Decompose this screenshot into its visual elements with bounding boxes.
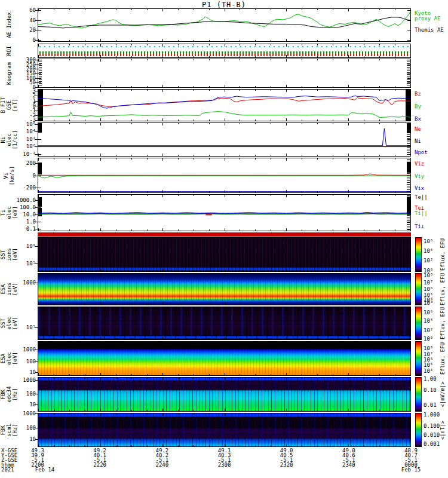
x-tick: [379, 274, 380, 275]
x-tick: [100, 85, 101, 87]
x-tick: [240, 338, 240, 339]
ylabel-vi: Vi [km/s]: [3, 166, 15, 185]
x-tick: [348, 302, 349, 305]
ytick-mark: [35, 350, 38, 350]
ytick-mark: [35, 207, 38, 208]
x-tick: [147, 44, 148, 45]
ytick-mark: [35, 327, 38, 328]
x-tick: [178, 307, 179, 308]
x-tick: [410, 378, 411, 380]
panel-esa_elec: [38, 341, 411, 376]
colorbar-unit-fbk_scm1: <|nT|>: [440, 420, 446, 440]
ytick-mark-in: [38, 87, 41, 88]
x-tick: [364, 270, 364, 271]
x-tick: [379, 378, 380, 379]
x-tick: [178, 56, 179, 57]
x-tick: [255, 445, 256, 446]
x-tick: [286, 274, 287, 276]
x-tick: [38, 307, 39, 310]
x-tick: [38, 413, 39, 416]
colorbar-sst_elec: [415, 307, 422, 340]
panel-ti: [38, 194, 411, 231]
x-tick: [69, 378, 70, 379]
series-viz: [38, 174, 410, 175]
ytick-mark: [35, 106, 38, 106]
ytick-label: 10: [10, 370, 36, 375]
x-tick: [395, 86, 395, 87]
x-tick: [302, 378, 302, 379]
ytick-mark: [35, 163, 38, 164]
x-tick: [69, 270, 70, 271]
x-tick: [178, 44, 179, 45]
series-by: [38, 112, 410, 118]
ylabel-esa_elec: ESA elec [eV]: [0, 352, 18, 365]
x-tick: [225, 238, 225, 240]
x-tick: [364, 413, 364, 415]
colorbar-tick-label: 10⁶: [424, 287, 433, 292]
x-tick: [255, 274, 256, 275]
right-label-ti: Ti⊥: [415, 224, 424, 229]
ytick-mark: [35, 73, 38, 74]
x-tick: [100, 337, 101, 339]
x-tick: [131, 86, 132, 87]
colorbar-tick-label: 10⁶: [424, 239, 433, 244]
x-tick: [116, 338, 116, 339]
x-tick: [317, 307, 318, 308]
x-tick: [333, 342, 333, 343]
colorbar-unit-sst_ions: Eflux, EFU: [440, 238, 446, 271]
ytick-mark: [35, 111, 38, 111]
x-tick: [225, 342, 225, 344]
x-tick: [69, 86, 70, 87]
x-tick: [410, 9, 411, 11]
x-tick: [333, 238, 333, 239]
colorbar-tick-label: 10⁶: [424, 310, 433, 315]
x-tick: [317, 44, 318, 45]
x-tick: [178, 86, 179, 87]
x-tick: [255, 86, 256, 87]
x-tick: [85, 413, 85, 415]
xaxis-value-hhmm: 2320: [275, 462, 299, 468]
x-tick: [85, 59, 85, 60]
x-tick: [410, 373, 411, 375]
x-tick: [147, 374, 148, 375]
ytick-mark: [35, 428, 38, 428]
colorbar-tick-label: 0.100: [424, 424, 440, 429]
x-tick: [255, 374, 256, 375]
x-tick: [240, 59, 240, 60]
x-tick: [85, 270, 85, 271]
x-tick: [286, 444, 287, 446]
ytick-label: 1000.0: [10, 198, 36, 203]
x-tick: [333, 274, 333, 275]
x-tick: [271, 86, 271, 87]
x-tick: [240, 44, 240, 45]
minor-tick-comb: [407, 60, 410, 87]
x-tick: [240, 445, 240, 446]
panel-ni: [38, 122, 411, 157]
x-tick: [333, 304, 333, 305]
x-tick: [116, 307, 116, 308]
ylabel-ti: Ti elec [eV]: [0, 206, 18, 219]
x-tick: [255, 378, 256, 379]
x-tick: [364, 378, 364, 379]
x-tick: [147, 56, 148, 57]
x-tick: [271, 304, 271, 305]
x-tick: [225, 274, 225, 276]
panel-sst_elec: [38, 307, 411, 340]
ytick-label: 40: [10, 18, 36, 23]
x-tick: [271, 413, 271, 415]
x-tick: [147, 86, 148, 87]
ytick-mark-in: [407, 87, 410, 88]
ytick-mark: [35, 200, 38, 201]
x-tick: [38, 55, 39, 57]
ytick-mark: [35, 380, 38, 381]
x-tick: [100, 409, 101, 411]
x-tick: [286, 307, 287, 310]
x-tick: [271, 307, 271, 308]
x-tick: [178, 270, 179, 271]
x-tick: [271, 270, 271, 271]
x-tick: [38, 238, 39, 240]
x-tick: [85, 56, 85, 57]
x-tick: [271, 378, 271, 379]
series-ti-perp: [38, 212, 410, 213]
x-tick: [178, 338, 179, 339]
